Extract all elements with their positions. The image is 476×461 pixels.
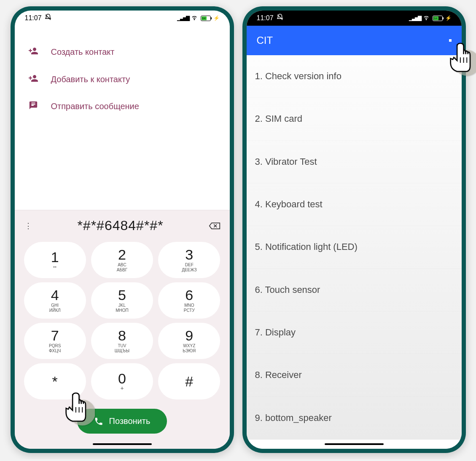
wifi-icon	[422, 13, 430, 23]
key-1[interactable]: 1ᵒᵒ	[24, 242, 86, 278]
overflow-menu-button[interactable]	[449, 39, 452, 42]
battery-icon: 64	[433, 16, 443, 21]
cit-item-display[interactable]: 7. Display	[247, 311, 462, 354]
call-button[interactable]: Позвонить	[77, 409, 167, 434]
cit-item-version[interactable]: 1. Check version info	[247, 55, 462, 98]
call-label: Позвонить	[109, 416, 151, 426]
nav-handle[interactable]	[247, 440, 462, 449]
battery-icon: 64	[201, 16, 211, 21]
bell-slash-icon	[276, 13, 284, 23]
key-5[interactable]: 5JKLМНОП	[91, 282, 153, 319]
key-7[interactable]: 7PQRSФХЦЧ	[24, 323, 86, 359]
cit-item-receiver[interactable]: 8. Receiver	[247, 354, 462, 397]
signal-icon: ▁▃▅▇	[409, 15, 421, 21]
add-to-contact-label: Добавить к контакту	[51, 75, 130, 84]
svg-point-0	[194, 19, 195, 20]
send-message-row[interactable]: Отправить сообщение	[27, 93, 217, 120]
key-hash[interactable]: #	[158, 363, 220, 399]
nav-handle[interactable]	[15, 440, 230, 449]
clock: 11:07	[257, 14, 274, 22]
call-row: Позвонить	[15, 406, 230, 440]
cit-item-vibrator[interactable]: 3. Vibrator Test	[247, 141, 462, 183]
typed-number: *#*#6484#*#*	[38, 218, 203, 233]
screen-cit: 11:07 ▁▃▅▇ 64 ⚡ CIT 1. Check version inf…	[247, 11, 462, 449]
number-row: ⋮ *#*#6484#*#*	[15, 210, 230, 239]
backspace-button[interactable]	[208, 221, 221, 231]
charging-icon: ⚡	[213, 15, 220, 21]
key-9[interactable]: 9WXYZЬЭЮЯ	[158, 323, 220, 359]
key-8[interactable]: 8TUVШЩЪЫ	[91, 323, 153, 359]
cit-item-led[interactable]: 5. Notification light (LED)	[247, 226, 462, 268]
signal-icon: ▁▃▅▇	[177, 15, 189, 21]
message-icon	[27, 101, 39, 112]
cit-title: CIT	[257, 35, 273, 46]
wifi-icon	[191, 13, 198, 23]
create-contact-row[interactable]: Создать контакт	[27, 38, 217, 66]
phone-icon	[94, 417, 103, 426]
phone-frame-right: 11:07 ▁▃▅▇ 64 ⚡ CIT 1. Check version inf…	[242, 6, 466, 453]
add-to-contact-row[interactable]: Добавить к контакту	[27, 66, 217, 93]
key-6[interactable]: 6MNOРСТУ	[158, 282, 220, 319]
key-2[interactable]: 2ABCАБВГ	[91, 242, 153, 278]
dialer-actions-panel: Создать контакт Добавить к контакту Отпр…	[15, 26, 230, 210]
key-4[interactable]: 4GHIИЙКЛ	[24, 282, 86, 319]
cit-header: CIT	[247, 26, 462, 55]
person-add-icon	[27, 73, 39, 86]
cit-item-speaker[interactable]: 9. bottom_speaker	[247, 397, 462, 440]
kebab-icon[interactable]: ⋮	[23, 221, 33, 230]
cit-item-touch[interactable]: 6. Touch sensor	[247, 269, 462, 311]
send-message-label: Отправить сообщение	[51, 102, 139, 111]
clock: 11:07	[25, 14, 42, 22]
bell-slash-icon	[44, 13, 52, 23]
person-add-icon	[27, 46, 39, 58]
cit-list[interactable]: 1. Check version info 2. SIM card 3. Vib…	[247, 55, 462, 440]
key-star[interactable]: *	[24, 363, 86, 399]
cit-item-keyboard[interactable]: 4. Keyboard test	[247, 183, 462, 226]
cit-item-sim[interactable]: 2. SIM card	[247, 98, 462, 140]
create-contact-label: Создать контакт	[51, 47, 115, 57]
status-bar: 11:07 ▁▃▅▇ 64 ⚡	[247, 11, 462, 26]
status-bar: 11:07 ▁▃▅▇ 64 ⚡	[15, 11, 230, 26]
key-3[interactable]: 3DEFДЕЕЖЗ	[158, 242, 220, 278]
key-0[interactable]: 0+	[91, 363, 153, 399]
charging-icon: ⚡	[445, 15, 452, 21]
keypad: 1ᵒᵒ 2ABCАБВГ 3DEFДЕЕЖЗ 4GHIИЙКЛ 5JKLМНОП…	[15, 239, 230, 406]
screen-dialer: 11:07 ▁▃▅▇ 64 ⚡ Создать контакт	[15, 11, 230, 449]
svg-point-5	[426, 19, 427, 20]
phone-frame-left: 11:07 ▁▃▅▇ 64 ⚡ Создать контакт	[11, 6, 234, 453]
